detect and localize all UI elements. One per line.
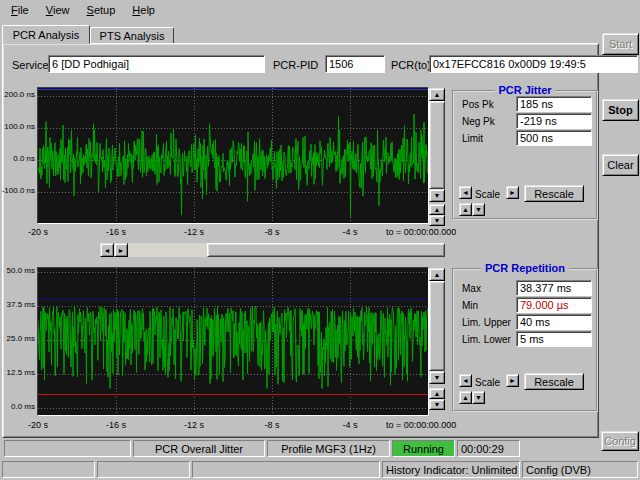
pcr-repetition-plot-area	[37, 267, 429, 416]
menu-bar: File View Setup Help	[0, 0, 640, 20]
rep-to-label: to = 00:00:00.000	[386, 420, 456, 430]
right-arrow-icon: ►	[118, 247, 125, 254]
rep-ytick-50: 50.0 ms	[0, 266, 35, 275]
time-hscrollbar[interactable]: ◄ ►	[100, 243, 445, 257]
up-arrow-icon: ▲	[434, 271, 441, 278]
status2-history: History Indicator: Unlimited	[382, 461, 520, 478]
jitter-xtick-1: -16 s	[94, 227, 138, 237]
jitter-offset-spinner[interactable]: ▲ ▼	[429, 204, 445, 226]
jitter-scale-left-button[interactable]: ◄	[459, 186, 472, 199]
down-arrow-icon: ▼	[475, 206, 482, 213]
down-arrow-icon: ▼	[434, 401, 441, 408]
up-arrow-icon: ▲	[462, 206, 469, 213]
rep-rescale-button[interactable]: Rescale	[524, 373, 584, 390]
right-arrow-icon: ►	[509, 377, 516, 384]
service-value-field[interactable]: 6 [DD Podhigai]	[48, 55, 265, 73]
rep-ytick-25: 25.0 ms	[0, 334, 35, 343]
config-button[interactable]: Config	[601, 431, 639, 451]
clear-button[interactable]: Clear	[602, 154, 639, 176]
pcr-jitter-canvas	[38, 88, 428, 223]
tab-pts-analysis[interactable]: PTS Analysis	[90, 27, 174, 44]
rep-offset-spinner[interactable]: ▲ ▼	[429, 388, 445, 410]
rep-scroll-down-button[interactable]: ▼	[429, 371, 445, 384]
up-arrow-icon: ▲	[434, 206, 441, 213]
left-arrow-icon: ◄	[104, 247, 111, 254]
tab-pcr-analysis[interactable]: PCR Analysis	[2, 25, 90, 44]
rep-xtick-2: -12 s	[172, 420, 216, 430]
pcr-repetition-canvas	[38, 268, 428, 415]
jitter-ytick-100: 100.0 ns	[0, 122, 35, 131]
rep-scroll-thumb[interactable]	[429, 281, 445, 371]
rep-min-label: Min	[462, 300, 478, 311]
jitter-to-label: to = 00:00:00.000	[386, 227, 456, 237]
pcr-jitter-panel-title: PCR Jitter	[494, 84, 555, 96]
rep-ytick-0: 0.0 ms	[0, 402, 35, 411]
jitter-xtick-0: -20 s	[16, 227, 60, 237]
rep-scale-left-button[interactable]: ◄	[459, 374, 472, 387]
down-arrow-icon: ▼	[434, 374, 441, 381]
jitter-scale-down-button[interactable]: ▼	[472, 203, 485, 216]
jitter-offset-up-button[interactable]: ▲	[429, 204, 445, 215]
down-arrow-icon: ▼	[434, 192, 441, 199]
right-arrow-icon: ►	[509, 189, 516, 196]
rep-lim-upper-label: Lim. Upper	[462, 317, 511, 328]
rep-min-value: 79.000 µs	[516, 297, 592, 313]
menu-view[interactable]: View	[39, 2, 77, 18]
jitter-scroll-up-button[interactable]: ▲	[429, 88, 445, 101]
menu-setup[interactable]: Setup	[80, 2, 123, 18]
status-measurement: PCR Overall Jitter	[133, 440, 265, 457]
rep-scroll-up-button[interactable]: ▲	[429, 268, 445, 281]
rep-lim-lower-value[interactable]: 5 ms	[516, 331, 592, 347]
stop-button[interactable]: Stop	[602, 99, 639, 121]
jitter-scale-right-button[interactable]: ►	[506, 186, 519, 199]
jitter-scroll-down-button[interactable]: ▼	[429, 189, 445, 202]
pcr-pid-value-field[interactable]: 1506	[325, 55, 385, 73]
menu-file[interactable]: File	[4, 2, 36, 18]
left-arrow-icon: ◄	[462, 377, 469, 384]
pcr-repetition-panel-title: PCR Repetition	[481, 262, 569, 274]
status-elapsed-time: 00:00:29	[457, 440, 520, 457]
down-arrow-icon: ▼	[475, 394, 482, 401]
jitter-rescale-button[interactable]: Rescale	[524, 185, 584, 202]
rep-lim-upper-value[interactable]: 40 ms	[516, 314, 592, 330]
jitter-scale-up-button[interactable]: ▲	[459, 203, 472, 216]
up-arrow-icon: ▲	[434, 91, 441, 98]
rep-scale-down-button[interactable]: ▼	[472, 391, 485, 404]
status2-empty-1	[2, 461, 95, 478]
status-profile: Profile MGF3 (1Hz)	[267, 440, 390, 457]
pcr-to-value-field: 0x17EFCC816 0x00D9 19:49:5	[429, 55, 638, 73]
rep-offset-up-button[interactable]: ▲	[429, 388, 445, 399]
down-arrow-icon: ▼	[434, 217, 441, 224]
jitter-xtick-2: -12 s	[172, 227, 216, 237]
status2-config: Config (DVB)	[522, 461, 638, 478]
jitter-offset-down-button[interactable]: ▼	[429, 215, 445, 226]
up-arrow-icon: ▲	[434, 390, 441, 397]
jitter-scroll-thumb[interactable]	[429, 101, 445, 189]
service-label: Service	[12, 59, 49, 71]
scroll-left-button[interactable]: ◄	[100, 243, 114, 257]
status2-empty-3	[192, 461, 380, 478]
jitter-ytick-0: 0.0 ns	[0, 154, 35, 163]
pos-pk-value: 185 ns	[516, 96, 592, 112]
jitter-scale-label: Scale	[475, 189, 500, 200]
rep-scroll-track[interactable]	[429, 281, 445, 371]
jitter-scroll-track[interactable]	[429, 101, 445, 189]
neg-pk-value: -219 ns	[516, 113, 592, 129]
menu-help[interactable]: Help	[125, 2, 162, 18]
limit-value[interactable]: 500 ns	[516, 130, 592, 146]
jitter-ytick-200: 200.0 ns	[0, 90, 35, 99]
rep-scale-right-button[interactable]: ►	[506, 374, 519, 387]
rep-offset-down-button[interactable]: ▼	[429, 399, 445, 410]
pcr-analyzer-window: File View Setup Help PCR Analysis PTS An…	[0, 0, 640, 480]
jitter-xtick-4: -4 s	[328, 227, 372, 237]
jitter-ytick-neg100: -100.0 ns	[0, 186, 35, 195]
jitter-vscrollbar[interactable]: ▲ ▼	[429, 88, 445, 202]
time-scroll-thumb[interactable]	[207, 243, 445, 257]
scroll-right-button[interactable]: ►	[114, 243, 128, 257]
rep-xtick-4: -4 s	[328, 420, 372, 430]
time-scroll-track[interactable]	[128, 243, 445, 257]
start-button[interactable]: Start	[602, 33, 639, 55]
rep-xtick-3: -8 s	[250, 420, 294, 430]
rep-scale-up-button[interactable]: ▲	[459, 391, 472, 404]
rep-vscrollbar[interactable]: ▲ ▼	[429, 268, 445, 384]
